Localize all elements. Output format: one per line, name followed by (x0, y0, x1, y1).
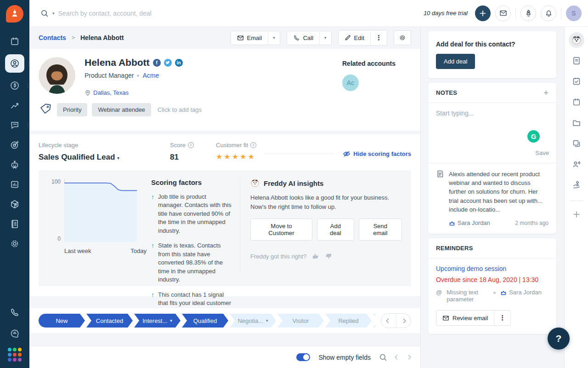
add-note-button[interactable]: + (543, 90, 548, 96)
info-icon[interactable]: i (188, 142, 194, 148)
move-to-customer-button[interactable]: Move to Customer (250, 218, 312, 241)
add-deal-card: Add deal for this contact? Add deal (428, 31, 556, 78)
location-pin-icon (85, 90, 91, 96)
participants-panel-button[interactable] (569, 156, 584, 172)
sidebar-item-reports[interactable] (6, 178, 24, 191)
chevron-right-icon (401, 318, 406, 323)
tasks-panel-button[interactable] (569, 74, 584, 89)
reminders-card: REMINDERS Upcoming demo session Overdue … (428, 238, 556, 334)
lifecycle-stage-select[interactable]: Sales Qualified Lead ▾ (39, 153, 119, 162)
stage-qualified[interactable]: Qualified (182, 314, 228, 328)
stage-scroll-right-button[interactable] (396, 314, 411, 328)
user-avatar[interactable]: S (566, 6, 582, 21)
email-button[interactable]: Email (231, 31, 268, 45)
sidebar-item-deals[interactable]: ⋮ (6, 79, 24, 92)
sidebar-item-settings[interactable] (6, 237, 24, 251)
search-input[interactable] (58, 10, 251, 17)
sidebar-item-conversations[interactable]: ⋮ (6, 118, 24, 132)
add-tags-field[interactable]: Click to add tags (158, 106, 202, 113)
contact-company-link[interactable]: Acme (142, 72, 159, 79)
more-actions-button[interactable]: ⋮ (370, 30, 387, 45)
freshsales-logo[interactable] (6, 5, 23, 23)
hide-scoring-factors-link[interactable]: Hide scoring factors (343, 150, 411, 158)
drag-handle-icon[interactable]: ⋮ (25, 122, 30, 128)
stage-interested[interactable]: Interest...▾ (134, 314, 181, 328)
divider (515, 8, 516, 19)
tag-chip[interactable]: Webinar attendee (92, 103, 151, 116)
customer-fit-label: Customer fit (216, 142, 248, 149)
note-item[interactable]: Alexis attended our recent product webin… (428, 163, 556, 234)
review-email-button[interactable]: Review email (436, 310, 494, 325)
bot-icon (10, 160, 20, 170)
stage-contacted[interactable]: Contacted (86, 314, 133, 328)
sidebar-item-phone[interactable] (6, 305, 24, 319)
sidebar-item-bots[interactable] (6, 158, 24, 172)
note-save-button[interactable]: Save (535, 150, 549, 156)
whats-new-button[interactable] (520, 6, 536, 21)
stage-new[interactable]: New (39, 314, 85, 328)
linkedin-icon[interactable]: in (175, 59, 183, 67)
tag-chip[interactable]: Priority (57, 103, 87, 116)
quick-add-button[interactable] (475, 6, 491, 21)
add-deal-suggestion-button[interactable]: Add deal (317, 218, 354, 241)
stage-scroll-left-button[interactable] (381, 314, 396, 328)
sidebar-item-goals[interactable] (6, 138, 24, 152)
stage-next[interactable]: S (373, 314, 375, 328)
app-switcher-icon[interactable] (8, 348, 22, 362)
twitter-icon[interactable] (164, 59, 172, 67)
connections-panel-button[interactable] (569, 177, 584, 193)
search-icon[interactable] (40, 9, 49, 17)
reminder-more-button[interactable]: ⋮ (494, 310, 510, 325)
notes-panel-button[interactable] (569, 53, 584, 69)
global-search: ▾ (40, 9, 424, 17)
field-search-icon[interactable] (379, 353, 387, 362)
help-button[interactable]: ? (548, 328, 570, 350)
sidebar-item-analytics-trend[interactable] (6, 98, 24, 112)
facebook-icon[interactable]: f (153, 59, 161, 67)
drag-handle-icon[interactable]: ⋮ (25, 83, 30, 89)
stage-replied[interactable]: Replied (325, 314, 372, 328)
edit-button[interactable]: Edit (339, 30, 370, 45)
meetings-panel-button[interactable] (569, 94, 584, 110)
search-scope-caret-icon[interactable]: ▾ (52, 11, 55, 16)
eye-off-icon (343, 150, 351, 158)
duplicates-panel-button[interactable] (569, 136, 584, 151)
sidebar-item-calendar[interactable] (6, 34, 24, 48)
show-empty-fields-toggle[interactable] (296, 353, 310, 361)
email-dropdown-button[interactable]: ▾ (268, 31, 280, 45)
gear-icon (10, 239, 20, 249)
people-icon (572, 160, 581, 169)
breadcrumb-contacts-link[interactable]: Contacts (39, 34, 66, 41)
drag-handle-icon[interactable]: ⋮ (26, 61, 30, 67)
related-account-avatar[interactable]: Ac (342, 75, 359, 91)
stage-negotiation[interactable]: Negotia...▾ (230, 314, 276, 328)
stage-visitor[interactable]: Visitor (277, 314, 324, 328)
sidebar-item-documents[interactable] (6, 217, 24, 231)
notifications-button[interactable] (541, 6, 556, 21)
freddy-panel-button[interactable] (569, 32, 584, 48)
contact-location-link[interactable]: Dallas, Texas (93, 89, 129, 96)
send-email-suggestion-button[interactable]: Send email (359, 218, 402, 241)
add-deal-button[interactable]: Add deal (436, 54, 475, 69)
call-dropdown-button[interactable]: ▾ (319, 31, 331, 45)
files-panel-button[interactable] (569, 115, 584, 131)
tag-icon[interactable] (38, 102, 53, 117)
thumbs-down-icon[interactable] (325, 253, 332, 260)
email-inbox-button[interactable] (495, 6, 511, 21)
sidebar-item-products[interactable] (6, 197, 24, 211)
page-settings-button[interactable] (394, 31, 411, 45)
freddy-feedback-prompt: Freddy got this right? (250, 253, 306, 260)
score-block: Scorei 81 (170, 142, 194, 162)
deals-icon (10, 80, 20, 91)
chevron-left-icon[interactable] (395, 355, 400, 360)
chevron-right-icon[interactable] (407, 355, 411, 360)
grammarly-icon[interactable]: G (527, 130, 540, 143)
call-button[interactable]: Call (287, 31, 319, 45)
info-icon[interactable]: i (250, 142, 256, 148)
sidebar-item-contacts[interactable]: ⋮ (5, 54, 24, 73)
thumbs-up-icon[interactable] (312, 253, 319, 260)
sidebar-item-helpdesk-chat[interactable] (6, 327, 24, 340)
add-panel-button[interactable] (569, 207, 584, 222)
reminder-title-link[interactable]: Upcoming demo session (436, 265, 548, 272)
dot-separator (493, 292, 496, 294)
